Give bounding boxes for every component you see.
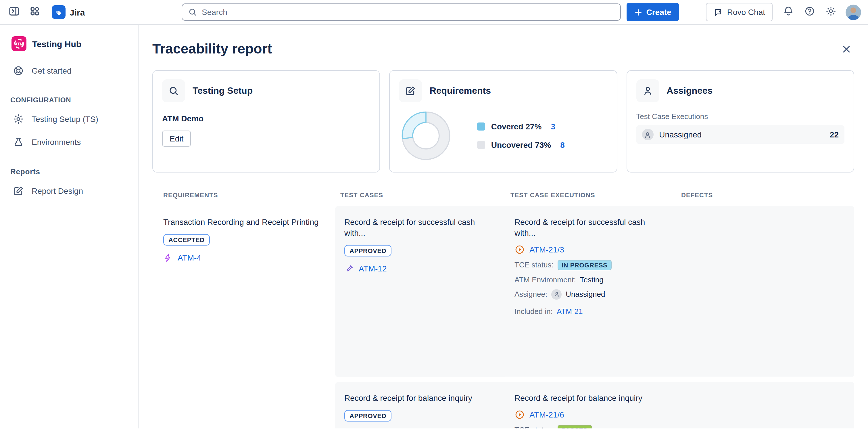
close-report-button[interactable]: [838, 41, 854, 57]
coverage-legend: Covered 27% 3 Uncovered 73% 8: [477, 122, 565, 150]
column-header-test-cases: Test Cases: [335, 191, 505, 198]
legend-item-covered: Covered 27% 3: [477, 122, 565, 131]
jira-brand-label: Jira: [69, 7, 85, 17]
play-circle-icon: [515, 244, 525, 255]
requirement-title: Transaction Recording and Receipt Printi…: [163, 217, 323, 228]
flask-icon: [13, 136, 24, 148]
sidebar-item-label: Environments: [32, 137, 81, 147]
sidebar-item-get-started[interactable]: Get started: [6, 60, 132, 81]
assignee-name: Unassigned: [659, 130, 824, 139]
search-input[interactable]: [202, 7, 615, 17]
defects-cell: [676, 382, 854, 428]
testing-setup-value: ATM Demo: [162, 114, 370, 123]
test-case-cell: Record & receipt for balance inquiry APP…: [335, 382, 505, 428]
traceability-table: Requirements Test Cases Test Case Execut…: [152, 191, 854, 428]
legend-item-uncovered: Uncovered 73% 8: [477, 140, 565, 150]
create-button[interactable]: Create: [627, 3, 679, 21]
sidebar: ATM Testing Hub Get started Configuratio…: [0, 25, 138, 428]
requirement-key-link[interactable]: ATM-4: [178, 253, 201, 263]
execution-title: Record & receipt for balance inquiry: [515, 393, 667, 404]
app-window: Jira Create Rovo Chat: [0, 0, 868, 429]
included-in-link[interactable]: ATM-21: [557, 307, 583, 316]
column-header-requirements: Requirements: [152, 191, 335, 198]
execution-cell: Record & receipt for balance inquiry ATM…: [505, 382, 676, 428]
environment-label: ATM Environment:: [515, 275, 576, 284]
card-title: Assignees: [666, 86, 713, 96]
environment-value: Testing: [580, 275, 603, 284]
project-name: Testing Hub: [32, 39, 81, 49]
test-tube-icon: [344, 264, 354, 274]
test-case-key-link[interactable]: ATM-12: [359, 264, 387, 273]
create-button-label: Create: [646, 7, 672, 17]
sidebar-item-report-design[interactable]: Report Design: [6, 181, 132, 201]
tce-status-label: TCE status:: [515, 426, 554, 428]
global-search[interactable]: [182, 3, 621, 21]
rovo-chat-icon: [713, 7, 723, 17]
rovo-chat-button[interactable]: Rovo Chat: [706, 3, 773, 21]
row-linked-items: Record & receipt for balance inquiry APP…: [335, 382, 854, 428]
execution-key-link[interactable]: ATM-21/6: [529, 410, 564, 419]
column-header-test-case-executions: Test Case Executions: [505, 191, 676, 198]
tce-status-badge: PASSED: [558, 425, 592, 428]
play-circle-icon: [515, 409, 525, 420]
sidebar-item-label: Testing Setup (TS): [32, 115, 98, 124]
edit-icon: [13, 185, 24, 197]
settings-button[interactable]: [822, 3, 840, 21]
uncovered-count-link[interactable]: 8: [560, 140, 565, 150]
defects-cell: [676, 206, 854, 377]
top-navigation-bar: Jira Create Rovo Chat: [0, 0, 868, 25]
edit-button[interactable]: Edit: [162, 130, 191, 147]
test-case-title: Record & receipt for balance inquiry: [344, 393, 496, 404]
app-switcher-button[interactable]: [25, 3, 44, 21]
help-button[interactable]: [800, 3, 818, 21]
edit-icon: [399, 79, 422, 102]
tce-status-label: TCE status:: [515, 261, 554, 269]
execution-key-link[interactable]: ATM-21/3: [529, 245, 564, 254]
sidebar-project-header[interactable]: ATM Testing Hub: [6, 35, 132, 52]
page-title: Traceability report: [152, 40, 272, 58]
svg-text:ATM: ATM: [15, 42, 23, 46]
covered-swatch: [477, 122, 486, 130]
sidebar-section-configuration: Configuration: [6, 96, 132, 104]
covered-count-link[interactable]: 3: [551, 122, 556, 131]
uncovered-swatch: [477, 141, 486, 149]
execution-cell: Record & receipt for successful cash wit…: [505, 206, 676, 377]
sidebar-section-reports: Reports: [6, 167, 132, 176]
testing-setup-card: Testing Setup ATM Demo Edit: [152, 70, 380, 173]
help-icon: [804, 6, 815, 19]
test-case-status-badge: APPROVED: [344, 410, 392, 422]
table-row: Transaction Recording and Receipt Printi…: [152, 206, 854, 377]
test-case-title: Record & receipt for successful cash wit…: [344, 217, 496, 239]
sidebar-item-environments[interactable]: Environments: [6, 132, 132, 152]
card-title: Testing Setup: [192, 86, 253, 96]
search-icon: [162, 79, 185, 102]
main-content: Traceability report Testing Setup: [138, 25, 868, 428]
assignees-subtitle: Test Case Executions: [636, 112, 844, 121]
legend-label: Uncovered 73%: [491, 140, 551, 150]
app-grid-icon: [29, 6, 40, 19]
close-icon: [841, 44, 851, 54]
row-linked-items: Record & receipt for successful cash wit…: [335, 206, 854, 377]
notifications-button[interactable]: [779, 3, 797, 21]
rovo-chat-label: Rovo Chat: [727, 7, 765, 17]
table-row: Record & receipt for balance inquiry APP…: [152, 382, 854, 428]
unassigned-avatar-icon: [551, 289, 562, 300]
gear-icon: [13, 113, 24, 125]
sidebar-item-label: Get started: [32, 66, 71, 75]
search-icon: [188, 7, 197, 17]
topbar-right-group: Rovo Chat: [706, 3, 861, 21]
card-title: Requirements: [430, 86, 491, 96]
jira-home-link[interactable]: Jira: [52, 5, 85, 19]
execution-title: Record & receipt for successful cash wit…: [515, 217, 667, 239]
user-avatar[interactable]: [845, 4, 861, 20]
sidebar-item-label: Report Design: [32, 186, 83, 195]
assignee-count: 22: [830, 130, 839, 139]
assignee-label: Assignee:: [515, 290, 547, 299]
bell-icon: [783, 6, 794, 19]
sidebar-item-testing-setup[interactable]: Testing Setup (TS): [6, 109, 132, 129]
assignee-row-unassigned[interactable]: Unassigned 22: [636, 125, 844, 144]
legend-label: Covered 27%: [491, 122, 542, 131]
sidebar-toggle-button[interactable]: [5, 3, 23, 21]
included-in-label: Included in:: [515, 307, 553, 316]
requirement-cell: [152, 382, 335, 428]
